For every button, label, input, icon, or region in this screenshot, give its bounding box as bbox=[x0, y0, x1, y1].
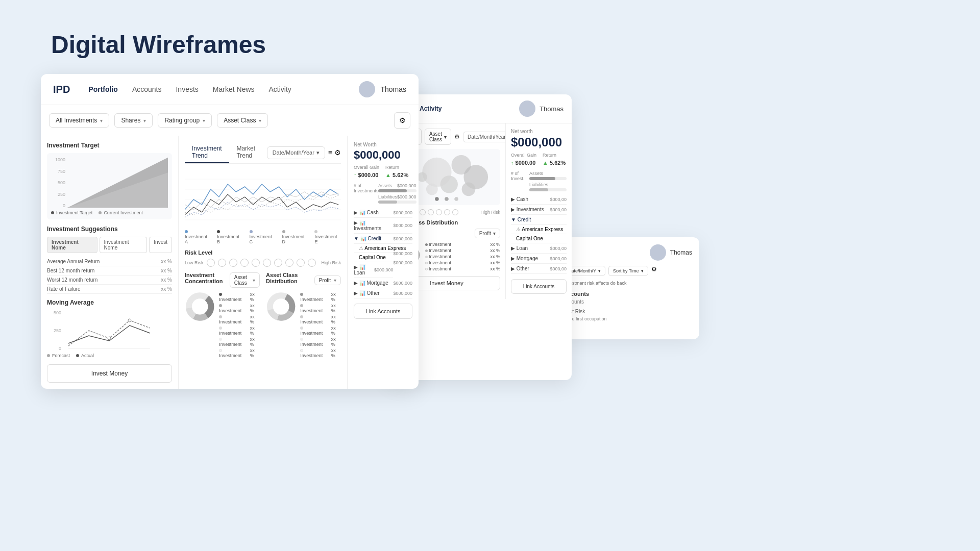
sc-cat-loan[interactable]: ▶ Loan$000,00 bbox=[511, 243, 567, 254]
cat-credit-amex: ⚠ American Express $000,000 bbox=[354, 244, 412, 253]
nav-accounts[interactable]: Accounts bbox=[132, 85, 162, 93]
suggestion-tab-0[interactable]: Investment Nome bbox=[47, 237, 97, 253]
svg-point-25 bbox=[418, 172, 427, 182]
svg-point-4 bbox=[128, 319, 131, 322]
risk-dot-3[interactable] bbox=[240, 259, 249, 267]
settings-icon[interactable]: ⚙ bbox=[334, 148, 341, 157]
nav-portfolio[interactable]: Portfolio bbox=[88, 85, 118, 93]
cat-mortgage[interactable]: ▶ 📊 Mortgage $000,000 bbox=[354, 278, 412, 288]
risk-dot-0[interactable] bbox=[207, 259, 215, 267]
sc-risk-dot-5[interactable] bbox=[436, 209, 442, 215]
shares-filter[interactable]: Shares ▾ bbox=[114, 113, 153, 128]
invest-money-button[interactable]: Invest Money bbox=[47, 364, 172, 383]
risk-bar: Low Risk High Risk bbox=[185, 259, 341, 267]
nav-activity[interactable]: Activity bbox=[269, 85, 291, 93]
gain-value: ↑ $000.00 bbox=[354, 172, 378, 178]
settings-filter-button[interactable]: ⚙ bbox=[394, 112, 410, 129]
sc-assets-section: # of Invest. Assets Liabilities bbox=[511, 171, 567, 191]
risk-dot-2[interactable] bbox=[229, 259, 237, 267]
investment-trend-chart bbox=[185, 169, 341, 225]
sc-user-name: Thomas bbox=[540, 105, 564, 113]
sc-cat-investments[interactable]: ▶ Investments$000,00 bbox=[511, 205, 567, 215]
sc-cat-credit[interactable]: ▼ Credit bbox=[511, 215, 567, 225]
moving-average-section: Moving Average 500 250 0 bbox=[47, 299, 172, 358]
liabilities-bar-track bbox=[378, 201, 416, 204]
all-investments-filter[interactable]: All Investments ▾ bbox=[49, 113, 109, 128]
mini-chart-icon: 📊 bbox=[359, 280, 365, 286]
gain-row: Overall Gain ↑ $000.00 Return ▲ 5.62% bbox=[354, 165, 412, 179]
asset-class-filter[interactable]: Asset Class ▾ bbox=[217, 113, 268, 128]
third-sort-filter[interactable]: Sort by Time ▾ bbox=[608, 266, 648, 276]
sc-settings-icon[interactable]: ⚙ bbox=[454, 133, 460, 140]
sc-return-value: ▲ 5.62% bbox=[543, 160, 566, 166]
risk-dot-9[interactable] bbox=[308, 259, 316, 267]
third-row: None first occupation bbox=[564, 316, 692, 321]
sc-asset-class-filter[interactable]: Asset Class ▾ bbox=[425, 129, 451, 145]
sc-risk-dot-3[interactable] bbox=[420, 209, 426, 215]
chart-legend: Investment Target Current Investment bbox=[51, 210, 168, 215]
sc-high-risk: High Risk bbox=[480, 210, 500, 215]
sc-cat-mortgage[interactable]: ▶ Mortgage$000,00 bbox=[511, 254, 567, 264]
third-settings-icon[interactable]: ⚙ bbox=[651, 266, 657, 276]
cat-other[interactable]: ▶ 📊 Other $000,000 bbox=[354, 288, 412, 298]
user-name: Thomas bbox=[380, 85, 406, 93]
sc-risk-dot-6[interactable] bbox=[444, 209, 450, 215]
mini-chart-icon: 📊 bbox=[359, 220, 365, 226]
suggestion-row-2: Worst 12 month return xx % bbox=[47, 276, 172, 285]
mini-chart-icon: 📊 bbox=[359, 290, 365, 296]
date-filter[interactable]: Date/Month/Year ▾ bbox=[267, 146, 325, 159]
rating-group-filter[interactable]: Rating group ▾ bbox=[158, 113, 212, 128]
sc-donut-legend: Investmentxx % Investmentxx % Investment… bbox=[425, 241, 500, 272]
link-accounts-button[interactable]: Link Accounts bbox=[354, 304, 412, 319]
tab-investment-trend[interactable]: Investment Trend bbox=[185, 142, 229, 163]
risk-dot-7[interactable] bbox=[285, 259, 293, 267]
risk-dot-4[interactable] bbox=[252, 259, 260, 267]
chevron-down-icon: ▾ bbox=[143, 118, 146, 123]
suggestion-tab-2[interactable]: Invest bbox=[149, 237, 172, 253]
moving-avg-y-axis: 500 250 0 bbox=[47, 310, 61, 351]
tab-market-trend[interactable]: Market Trend bbox=[229, 142, 266, 163]
risk-dot-1[interactable] bbox=[218, 259, 226, 267]
profit-donut-filter[interactable]: Profit ▾ bbox=[314, 276, 341, 285]
cat-cash[interactable]: ▶ 📊 Cash $000,000 bbox=[354, 208, 412, 218]
sc-risk-dot-4[interactable] bbox=[428, 209, 434, 215]
mini-chart-icon: 📊 bbox=[359, 264, 365, 270]
sc-net-worth-value: $000,000 bbox=[511, 135, 567, 149]
legend-toggle-icon[interactable]: ≡ bbox=[328, 148, 332, 157]
sc-date-filter[interactable]: Date/Month/Year ▾ bbox=[463, 132, 505, 142]
sc-cat-cash[interactable]: ▶ Cash$000,00 bbox=[511, 194, 567, 205]
sc-nav-activity[interactable]: Activity bbox=[420, 105, 442, 112]
cat-credit[interactable]: ▼ 📊 Credit $000,000 bbox=[354, 234, 412, 244]
suggestion-tab-1[interactable]: Investment Nome bbox=[100, 237, 148, 253]
sc-cat-other[interactable]: ▶ Other$000,00 bbox=[511, 264, 567, 274]
risk-dot-5[interactable] bbox=[263, 259, 271, 267]
right-panel: Net Worth $000,000 Overall Gain ↑ $000.0… bbox=[347, 136, 419, 389]
svg-point-22 bbox=[440, 176, 458, 193]
suggestion-row-1: Best 12 month return xx % bbox=[47, 266, 172, 276]
sc-category-list: ▶ Cash$000,00 ▶ Investments$000,00 ▼ Cre… bbox=[511, 194, 567, 274]
cat-investments[interactable]: ▶ 📊 Investments $000,000 bbox=[354, 218, 412, 234]
sc-gain-row: Overall Gain ↑ $000.00 Return ▲ 5.62% bbox=[511, 153, 567, 167]
main-wireframe-card: IPD Portfolio Accounts Invests Market Ne… bbox=[41, 74, 419, 389]
nav-market-news[interactable]: Market News bbox=[213, 85, 255, 93]
asset-class-donut-filter[interactable]: Asset Class ▾ bbox=[230, 272, 260, 288]
risk-dot-8[interactable] bbox=[297, 259, 305, 267]
suggestions-title: Investment Suggestions bbox=[47, 226, 172, 233]
sc-link-accounts-btn[interactable]: Link Accounts bbox=[511, 279, 567, 294]
moving-avg-title: Moving Average bbox=[47, 299, 172, 306]
nav-invests[interactable]: Invests bbox=[176, 85, 198, 93]
cat-loan[interactable]: ▶ 📊 Loan $000,000 bbox=[354, 262, 393, 278]
svg-point-26 bbox=[435, 197, 439, 201]
user-avatar bbox=[359, 81, 375, 97]
sc-profit-filter[interactable]: Profit ▾ bbox=[475, 229, 500, 238]
concentration-title: Investment Concentration bbox=[185, 272, 230, 284]
moving-avg-svg bbox=[63, 310, 155, 351]
risk-dots bbox=[207, 259, 318, 267]
sc-assets-bar bbox=[529, 177, 567, 180]
chevron-down-icon: ▾ bbox=[316, 149, 320, 156]
risk-dot-6[interactable] bbox=[274, 259, 282, 267]
category-list: ▶ 📊 Cash $000,000 ▶ 📊 Investments $000,0… bbox=[354, 208, 412, 298]
sc-risk-dot-7[interactable] bbox=[452, 209, 458, 215]
left-panel: Investment Target 1000 750 500 250 0 bbox=[41, 136, 179, 389]
chevron-down-icon: ▾ bbox=[641, 268, 644, 273]
